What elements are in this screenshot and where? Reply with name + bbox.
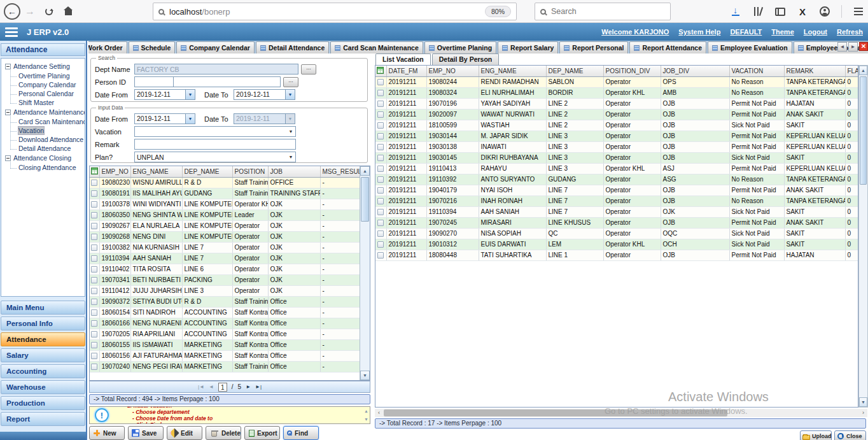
scrollbar-thumb[interactable]: [384, 409, 727, 416]
left-grid-scrollbar[interactable]: ▲ ▼: [360, 166, 370, 380]
column-header-dep-name[interactable]: DEP_NAME: [546, 66, 603, 76]
table-row[interactable]: 2019121119110394AAH SANIAHLINE 7Operator…: [375, 206, 858, 217]
column-header-msg-result[interactable]: MSG_RESULT: [320, 166, 360, 177]
tab-list-vacation[interactable]: List Vacation: [375, 53, 431, 65]
plan-select[interactable]: UNPLAN ▼: [134, 152, 296, 162]
collapse-icon[interactable]: [5, 155, 11, 161]
table-row[interactable]: 18060350NENG SHINTA WIRALINE KOMPUTERLea…: [90, 209, 360, 220]
table-row[interactable]: 2019121119110392ANTO SURYANTOGUDANGOpera…: [375, 174, 858, 185]
tab-detail-attendance[interactable]: Detail Attendance: [256, 41, 329, 53]
column-header-dep-name[interactable]: DEP_NAME: [182, 166, 232, 177]
upload-button[interactable]: Upload: [800, 430, 832, 440]
edit-button[interactable]: Edit: [167, 426, 202, 440]
save-button[interactable]: Save: [128, 426, 164, 440]
row-checkbox[interactable]: [91, 180, 97, 186]
chevron-down-icon[interactable]: ▼: [185, 89, 195, 100]
column-header-emp-no[interactable]: EMP_NO: [426, 66, 479, 76]
chevron-down-icon[interactable]: ▼: [286, 129, 295, 134]
row-checkbox[interactable]: [377, 231, 384, 237]
header-link-refresh[interactable]: Refresh: [837, 28, 863, 36]
module-item-accounting[interactable]: Accounting: [1, 364, 85, 378]
table-row[interactable]: 2019121119040179NYAI ISOHLINE 7OperatorO…: [375, 185, 858, 195]
row-checkbox[interactable]: [91, 212, 97, 218]
row-checkbox[interactable]: [377, 155, 384, 161]
search-date-to-picker[interactable]: 2019-12-11 ▼: [234, 89, 295, 100]
row-checkbox[interactable]: [91, 277, 97, 283]
module-item-warehouse[interactable]: Warehouse: [1, 380, 85, 394]
module-item-production[interactable]: Production: [1, 396, 85, 410]
row-checkbox[interactable]: [91, 342, 97, 348]
export-button[interactable]: Export: [244, 426, 280, 440]
tab-scroll-left-button[interactable]: ◄: [837, 42, 847, 52]
row-checkbox[interactable]: [91, 201, 97, 208]
module-item-salary[interactable]: Salary: [1, 348, 85, 362]
browser-search-bar[interactable]: [535, 3, 671, 20]
chevron-down-icon[interactable]: ▼: [285, 89, 295, 100]
forward-button[interactable]: →: [20, 2, 39, 21]
table-row[interactable]: 18060154SITI NADIROHACCOUNTINGStaff Kont…: [90, 307, 360, 318]
scroll-left-button[interactable]: ‹: [375, 409, 383, 417]
row-checkbox[interactable]: [377, 209, 384, 215]
row-checkbox[interactable]: [377, 111, 384, 118]
column-header-job-div[interactable]: JOB_DIV: [661, 66, 729, 76]
collapse-icon[interactable]: [5, 64, 11, 69]
scroll-right-button[interactable]: ›: [859, 409, 867, 417]
row-checkbox[interactable]: [91, 309, 97, 316]
row-checkbox[interactable]: [377, 176, 384, 183]
delete-button[interactable]: Delete: [206, 426, 241, 440]
table-row[interactable]: 18060156AJI FATURAHMANMARKETINGStaff Kon…: [90, 350, 360, 361]
right-grid-hscrollbar[interactable]: ‹ ›: [375, 409, 867, 417]
row-checkbox[interactable]: [377, 187, 384, 194]
select-all-icon[interactable]: [91, 167, 98, 174]
tab-scroll-right-button[interactable]: ►: [848, 42, 858, 52]
header-link-theme[interactable]: Theme: [771, 28, 794, 36]
dept-browse-button[interactable]: ...: [301, 64, 316, 75]
tab-report-personal[interactable]: Report Personal: [559, 41, 628, 53]
chevron-down-icon[interactable]: ▼: [286, 155, 295, 159]
sidebar-item-vacation[interactable]: Vacation: [10, 126, 85, 135]
module-item-report[interactable]: Report: [1, 412, 85, 426]
table-row[interactable]: 2019121119030138INAWATILINE 3OperatorOJB…: [375, 141, 858, 152]
scrollbar-thumb[interactable]: [860, 76, 867, 185]
row-checkbox[interactable]: [91, 190, 97, 197]
collapse-icon[interactable]: [5, 110, 11, 115]
column-header-flag-p[interactable]: FLAG_P: [845, 66, 858, 76]
header-link-default[interactable]: DEFAULT: [730, 28, 762, 36]
tab-employee-evaluation[interactable]: Employee Evaluation: [708, 41, 792, 53]
column-header-vacation[interactable]: VACATION: [729, 66, 784, 76]
sidebar-item-shift-master[interactable]: Shift Master: [10, 98, 85, 107]
infobox-scroll[interactable]: ▲▼: [364, 409, 368, 422]
tab-overtime-planing[interactable]: Overtime Planing: [424, 41, 496, 53]
row-checkbox[interactable]: [91, 234, 97, 240]
table-row[interactable]: 2019121119010312EUIS DARWATILEMOperator …: [375, 239, 858, 250]
row-checkbox[interactable]: [377, 79, 384, 85]
sidebar-toggle-button[interactable]: [774, 6, 786, 17]
select-all-header[interactable]: [375, 66, 386, 76]
scroll-up-button[interactable]: ▲: [859, 66, 867, 75]
page-number-input[interactable]: 1: [218, 383, 227, 392]
table-row[interactable]: 2019121119070196YAYAH SADIYAHLINE 2Opera…: [375, 98, 858, 109]
row-checkbox[interactable]: [377, 198, 384, 204]
sidebar-item-detail-attendance[interactable]: Detail Attendance: [10, 144, 85, 153]
close-button[interactable]: Close: [834, 430, 866, 440]
browser-search-input[interactable]: [551, 7, 647, 16]
remark-field[interactable]: [134, 139, 296, 150]
tab-schedule[interactable]: Schedule: [129, 41, 176, 53]
row-checkbox[interactable]: [91, 299, 97, 305]
next-page-button[interactable]: ►: [246, 384, 251, 390]
url-bar[interactable]: localhost/bonerp 80%: [153, 3, 517, 20]
home-button[interactable]: [59, 2, 78, 21]
row-checkbox[interactable]: [377, 133, 384, 139]
select-all-icon[interactable]: [377, 67, 384, 74]
library-button[interactable]: [752, 6, 764, 17]
scroll-down-icon[interactable]: ▼: [364, 417, 368, 422]
downloads-button[interactable]: [730, 6, 741, 17]
person-name-field[interactable]: [174, 76, 281, 87]
header-link-welcome-karjono[interactable]: Welcome KARJONO: [601, 28, 669, 36]
table-row[interactable]: 2019121118080448TATI SUHARTIKALINE 1Oper…: [375, 250, 858, 260]
tab-report-salary[interactable]: Report Salary: [498, 41, 558, 53]
tab-close-button[interactable]: ✕: [859, 42, 868, 51]
browser-menu-button[interactable]: [853, 6, 864, 17]
sidebar-item-personal-calendar[interactable]: Personal Calendar: [10, 89, 85, 98]
tab-report-attendance[interactable]: Report Attendance: [629, 41, 706, 53]
